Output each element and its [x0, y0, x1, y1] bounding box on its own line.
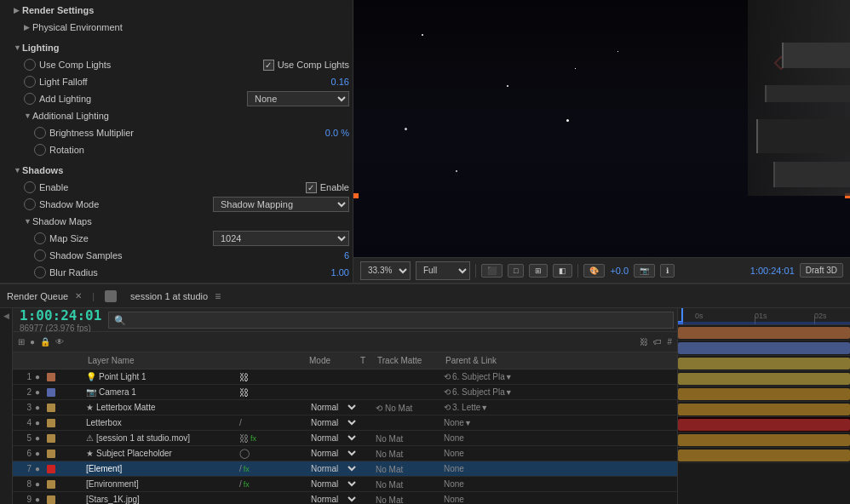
brightness-mult-row[interactable]: Brightness Multiplier 0.0 % — [0, 124, 353, 141]
shadows-header[interactable]: Shadows — [0, 162, 353, 179]
layer-mode-8[interactable]: Normal — [307, 478, 359, 490]
additional-lighting-toggle[interactable] — [24, 112, 32, 120]
layer-row-3[interactable]: 3 ● ★ Letterbox Matte Normal — [13, 400, 677, 415]
shadow-mode-icon — [24, 198, 36, 210]
eye-icon-4[interactable]: ● — [35, 418, 45, 427]
color-button[interactable]: 🎨 — [583, 264, 605, 278]
shadow-mode-row[interactable]: Shadow Mode Shadow Mapping Raytraced — [0, 196, 353, 213]
light-falloff-row[interactable]: Light Falloff 0.16 — [0, 73, 353, 90]
track-block-9 — [678, 450, 850, 461]
draft-mode-button[interactable]: Draft 3D — [800, 263, 843, 278]
lighting-header[interactable]: Lighting — [0, 39, 353, 56]
layer-row-6[interactable]: 6 ● ★ Subject Placeholder ◯ Normal — [13, 446, 677, 461]
use-comp-lights-checkbox[interactable] — [263, 60, 274, 71]
layer-av-4: ● — [35, 418, 86, 427]
shadows-enable-row[interactable]: Enable Enable — [0, 179, 353, 196]
layer-mode-5[interactable]: Normal — [307, 432, 359, 444]
lock-icon[interactable]: 🔒 — [38, 335, 52, 348]
add-lighting-row[interactable]: Add Lighting None All Lights — [0, 90, 353, 107]
layer-row-7[interactable]: 7 ● [Element] / fx Normal — [13, 461, 677, 477]
zoom-select[interactable]: 33.3% 50% 100% — [360, 261, 411, 280]
map-size-dropdown[interactable]: 1024 512 2048 — [213, 231, 349, 246]
quality-select[interactable]: Full Half Quarter — [416, 261, 470, 280]
shadows-enable-checkbox[interactable] — [306, 182, 317, 193]
shadow-mode-dropdown[interactable]: Shadow Mapping Raytraced — [213, 197, 349, 212]
shadows-toggle[interactable] — [14, 166, 22, 175]
layer-mode-7[interactable]: Normal — [307, 463, 359, 474]
mode-select-4[interactable]: Normal — [307, 417, 359, 428]
layer-mode-4[interactable]: Normal — [307, 417, 359, 428]
shadow-maps-header[interactable]: Shadow Maps — [0, 213, 353, 230]
star-3 — [405, 128, 407, 130]
layer-row-1[interactable]: 1 ● 💡 Point Light 1 ⛓ — [13, 369, 677, 385]
sort-icon[interactable]: # — [665, 335, 674, 348]
layer-mode-6[interactable]: Normal — [307, 448, 359, 459]
eye-icon-6[interactable]: ● — [35, 449, 45, 458]
fit-button[interactable]: ⬛ — [481, 264, 503, 278]
layer-row-4[interactable]: 4 ● Letterbox / Normal — [13, 415, 677, 431]
layer-row-5[interactable]: 5 ● ⚠ [session 1 at studio.mov] ⛓ fx N — [13, 431, 677, 446]
layer-mode-9[interactable]: Normal — [307, 494, 359, 504]
physical-env-toggle[interactable] — [24, 23, 32, 32]
eye-icon-1[interactable]: ● — [35, 372, 45, 381]
use-comp-lights-row[interactable]: Use Comp Lights Use Comp Lights — [0, 56, 353, 73]
map-size-row[interactable]: Map Size 1024 512 2048 — [0, 230, 353, 247]
hide-icon[interactable]: 👁 — [54, 335, 66, 348]
eye-icon-9[interactable]: ● — [35, 495, 45, 504]
blur-radius-value[interactable]: 1.00 — [331, 267, 349, 278]
search-input[interactable] — [108, 312, 674, 329]
render-queue-tab[interactable]: Render Queue — [7, 291, 68, 301]
layer-av-3: ● — [35, 403, 86, 412]
grid-button[interactable]: ⊞ — [529, 264, 548, 278]
layer-icon-2: 📷 — [86, 387, 96, 397]
eye-icon-8[interactable]: ● — [35, 479, 45, 489]
shadow-samples-row[interactable]: Shadow Samples 6 — [0, 247, 353, 264]
layer-row-9[interactable]: 9 ● [Stars_1K.jpg] Normal No Mat — [13, 492, 677, 504]
tag-icon[interactable]: 🏷 — [652, 335, 663, 348]
shadow-maps-toggle[interactable] — [24, 217, 32, 226]
mode-select-3[interactable]: Normal — [307, 402, 359, 413]
light-falloff-value[interactable]: 0.16 — [331, 77, 349, 87]
physical-env-row[interactable]: Physical Environment — [0, 19, 353, 36]
session-menu-icon[interactable]: ≡ — [215, 290, 221, 302]
layer-color-2 — [47, 388, 55, 397]
mask-button[interactable]: ◧ — [553, 264, 572, 278]
mode-select-9[interactable]: Normal — [307, 494, 359, 504]
additional-lighting-header[interactable]: Additional Lighting — [0, 107, 353, 124]
layer-mode-3[interactable]: Normal — [307, 402, 359, 413]
eye-icon-2[interactable]: ● — [35, 387, 45, 397]
layer-icon-6: ★ — [86, 449, 94, 458]
eye-icon-5[interactable]: ● — [35, 433, 45, 443]
marker-left — [353, 193, 359, 198]
lighting-toggle[interactable] — [14, 43, 22, 52]
shadow-samples-value[interactable]: 6 — [344, 250, 349, 261]
mode-select-6[interactable]: Normal — [307, 448, 359, 459]
eye-icon-3[interactable]: ● — [35, 403, 45, 412]
crop-button[interactable]: □ — [508, 264, 524, 278]
col-num-header — [16, 356, 37, 365]
layer-row-8[interactable]: 8 ● [Environment] / fx Normal — [13, 477, 677, 492]
render-settings-header[interactable]: Render Settings — [0, 2, 353, 19]
layer-av-1: ● — [35, 372, 86, 381]
chain-icon[interactable]: ⛓ — [638, 335, 650, 348]
track-row-6 — [678, 402, 850, 417]
map-size-icon — [34, 232, 46, 244]
rotation-row[interactable]: Rotation — [0, 141, 353, 158]
snapshot-button[interactable]: 📷 — [634, 264, 655, 278]
layer-row-2[interactable]: 2 ● 📷 Camera 1 ⛓ — [13, 385, 677, 400]
brightness-mult-value[interactable]: 0.0 % — [325, 128, 349, 138]
layer-mode-2 — [307, 387, 359, 398]
info-button[interactable]: ℹ — [660, 264, 675, 278]
mode-select-8[interactable]: Normal — [307, 478, 359, 490]
add-lighting-dropdown[interactable]: None All Lights — [247, 91, 349, 106]
layer-toolbar: 1:00:24:01 86977 (23.976 fps) — [13, 308, 677, 332]
mode-select-7[interactable]: Normal — [307, 463, 359, 474]
expand-all-icon[interactable]: ⊞ — [16, 335, 26, 348]
blur-radius-row[interactable]: Blur Radius 1.00 — [0, 264, 353, 281]
render-queue-close[interactable]: ✕ — [75, 291, 82, 301]
mode-select-5[interactable]: Normal — [307, 432, 359, 444]
solo-icon[interactable]: ● — [28, 335, 37, 348]
eye-icon-7[interactable]: ● — [35, 464, 45, 473]
render-settings-toggle[interactable] — [14, 6, 22, 14]
layer-t-9 — [359, 495, 376, 504]
